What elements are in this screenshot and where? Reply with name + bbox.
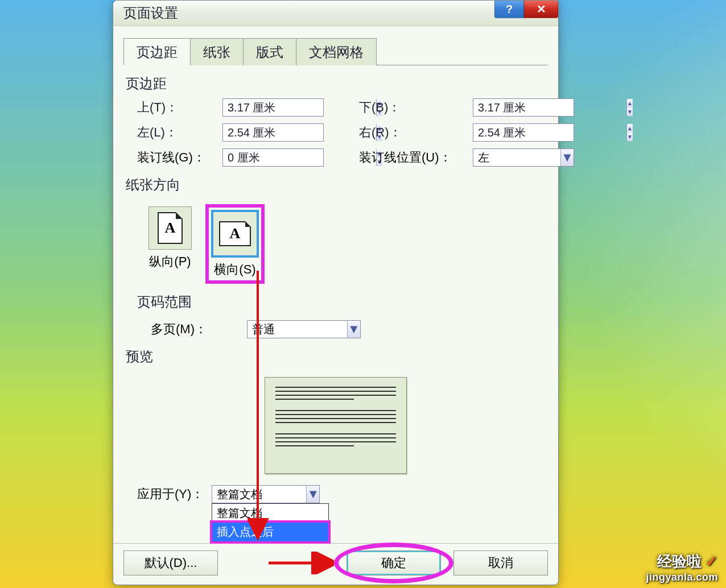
- label-top: 上(T)：: [137, 99, 222, 116]
- spinner-up-icon[interactable]: ▲: [627, 124, 633, 132]
- default-button[interactable]: 默认(D)...: [123, 550, 218, 575]
- select-multipages[interactable]: 普通 ▼: [247, 320, 361, 338]
- section-orientation-title: 纸张方向: [126, 176, 548, 194]
- watermark: 经验啦 ✓ jingyanla.com: [646, 552, 718, 583]
- help-icon: ?: [506, 3, 513, 16]
- portrait-icon: A: [148, 206, 192, 250]
- dialog-title: 页面设置: [123, 4, 178, 22]
- input-bottom[interactable]: ▲▼: [473, 98, 574, 117]
- input-gutter-field[interactable]: [223, 149, 376, 166]
- ok-button[interactable]: 确定: [346, 550, 441, 575]
- label-multipages: 多页(M)：: [151, 321, 207, 338]
- tab-bar: 页边距 纸张 版式 文档网格: [123, 38, 548, 65]
- input-right-field[interactable]: [473, 124, 626, 141]
- orientation-portrait-label: 纵向(P): [149, 253, 191, 270]
- apply-to-dropdown: 整篇文档 插入点之后: [212, 503, 329, 542]
- section-margins-title: 页边距: [126, 74, 548, 93]
- apply-option-whole-doc[interactable]: 整篇文档: [212, 504, 328, 523]
- tab-margins[interactable]: 页边距: [123, 38, 191, 65]
- help-button[interactable]: ?: [494, 1, 524, 18]
- input-top-field[interactable]: [223, 99, 376, 116]
- select-apply-to[interactable]: 整篇文档 ▼ 整篇文档 插入点之后: [212, 485, 320, 503]
- input-gutter[interactable]: ▲▼: [222, 148, 324, 167]
- label-gutter-pos: 装订线位置(U)：: [359, 149, 473, 166]
- landscape-icon: A: [211, 210, 259, 258]
- close-button[interactable]: ✕: [524, 1, 558, 18]
- label-bottom: 下(B)：: [359, 99, 473, 116]
- select-gutter-pos-value: 左: [473, 149, 560, 166]
- section-pagerange-title: 页码范围: [137, 293, 548, 311]
- label-apply-to: 应用于(Y)：: [137, 486, 204, 503]
- tab-grid[interactable]: 文档网格: [296, 38, 377, 65]
- input-left[interactable]: ▲▼: [222, 123, 324, 142]
- spinner-down-icon[interactable]: ▼: [627, 132, 633, 141]
- page-setup-dialog: 页面设置 ? ✕ 页边距 纸张 版式 文档网格 页边距 上(T)： ▲▼ 下(B…: [113, 0, 559, 585]
- cancel-button[interactable]: 取消: [453, 550, 548, 575]
- spinner-up-icon[interactable]: ▲: [627, 99, 633, 107]
- select-apply-to-value: 整篇文档: [212, 486, 306, 503]
- annotation-circle: 确定: [346, 550, 441, 575]
- tab-paper[interactable]: 纸张: [190, 38, 244, 65]
- section-preview-title: 预览: [126, 347, 548, 366]
- apply-option-after-point[interactable]: 插入点之后: [212, 523, 328, 541]
- orientation-portrait[interactable]: A 纵向(P): [146, 204, 194, 272]
- chevron-down-icon[interactable]: ▼: [347, 321, 360, 338]
- input-top[interactable]: ▲▼: [222, 98, 324, 117]
- select-gutter-pos[interactable]: 左 ▼: [473, 148, 574, 167]
- chevron-down-icon[interactable]: ▼: [560, 149, 574, 166]
- tab-layout[interactable]: 版式: [243, 38, 296, 65]
- select-multipages-value: 普通: [248, 321, 347, 338]
- orientation-landscape[interactable]: A 横向(S): [205, 204, 265, 284]
- close-icon: ✕: [537, 2, 546, 16]
- preview-page: [265, 377, 407, 474]
- chevron-down-icon[interactable]: ▼: [306, 486, 319, 503]
- orientation-landscape-label: 横向(S): [214, 261, 255, 278]
- label-left: 左(L)：: [137, 124, 222, 141]
- input-right[interactable]: ▲▼: [473, 123, 574, 142]
- annotation-arrow-right: [266, 552, 334, 574]
- spinner-down-icon[interactable]: ▼: [627, 107, 633, 116]
- label-gutter: 装订线(G)：: [137, 149, 222, 166]
- titlebar[interactable]: 页面设置 ? ✕: [113, 1, 558, 26]
- label-right: 右(R)：: [359, 124, 473, 141]
- input-left-field[interactable]: [223, 124, 376, 141]
- input-bottom-field[interactable]: [473, 99, 626, 116]
